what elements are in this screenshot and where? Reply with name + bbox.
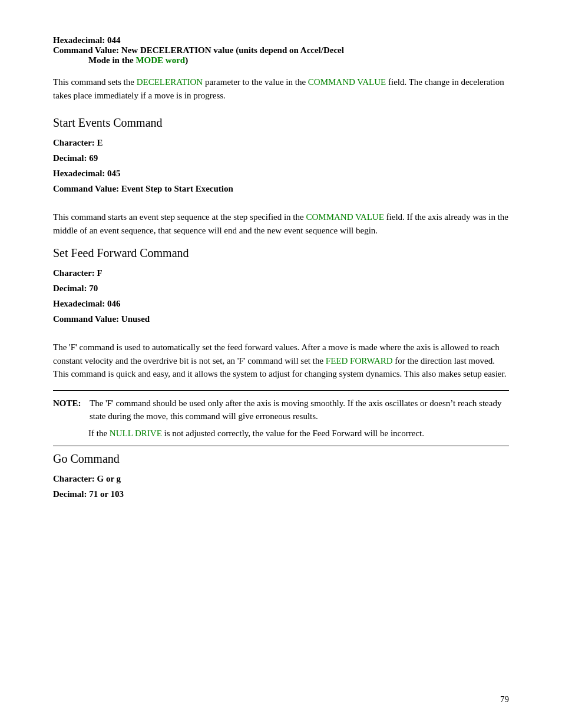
start-events-section: Start Events Command Character: E Decima… (53, 116, 509, 237)
go-char-label: Character: G or g (53, 472, 509, 486)
note-block: NOTE: The 'F' command should be used onl… (53, 390, 509, 447)
note-indent-end: is not adjusted correctly, the value for… (162, 429, 424, 438)
cmd-value-mode-prefix: Mode in the (88, 55, 135, 65)
cmd-value-label: Command Value: New DECELERATION value (u… (53, 45, 509, 55)
go-decimal-label: Decimal: 71 or 103 (53, 487, 509, 501)
deceleration-green: DECELERATION (137, 77, 203, 87)
page-content: Hexadecimal: 044 Command Value: New DECE… (53, 35, 509, 501)
start-para-start: This command starts an event step sequen… (53, 212, 306, 222)
mode-word-green: MODE word (135, 55, 185, 65)
start-decimal-label: Decimal: 69 (53, 151, 509, 165)
null-drive-green: NULL DRIVE (110, 429, 162, 438)
go-commands: Character: G or g Decimal: 71 or 103 (53, 472, 509, 501)
feed-forward-green: FEED FORWARD (326, 356, 393, 365)
note-inner: NOTE: The 'F' command should be used onl… (53, 397, 509, 423)
start-char-label: Character: E (53, 136, 509, 150)
ff-cmd-value-label: Command Value: Unused (53, 312, 509, 326)
top-para-mid: parameter to the value in the (203, 77, 308, 87)
ff-para: The 'F' command is used to automatically… (53, 341, 509, 381)
start-command-value-green: COMMAND VALUE (306, 212, 384, 222)
start-events-heading: Start Events Command (53, 116, 509, 130)
ff-hex-label: Hexadecimal: 046 (53, 297, 509, 311)
note-label: NOTE: (53, 397, 85, 410)
top-section: Hexadecimal: 044 Command Value: New DECE… (53, 35, 509, 102)
cmd-value-text: Command Value: New DECELERATION value (u… (53, 45, 344, 55)
start-hex-label: Hexadecimal: 045 (53, 166, 509, 180)
set-feed-forward-heading: Set Feed Forward Command (53, 246, 509, 260)
note-text: The 'F' command should be used only afte… (90, 397, 509, 423)
start-cmd-value-label: Command Value: Event Step to Start Execu… (53, 182, 509, 196)
start-events-para: This command starts an event step sequen… (53, 210, 509, 237)
set-feed-forward-section: Set Feed Forward Command Character: F De… (53, 246, 509, 446)
hex-label: Hexadecimal: 044 (53, 35, 509, 45)
go-command-heading: Go Command (53, 452, 509, 466)
ff-decimal-label: Decimal: 70 (53, 281, 509, 295)
go-command-section: Go Command Character: G or g Decimal: 71… (53, 452, 509, 501)
cmd-value-label2: Mode in the MODE word) (88, 55, 509, 65)
ff-char-label: Character: F (53, 266, 509, 280)
feed-forward-commands: Character: F Decimal: 70 Hexadecimal: 04… (53, 266, 509, 326)
cmd-value-end: ) (185, 55, 188, 65)
start-events-commands: Character: E Decimal: 69 Hexadecimal: 04… (53, 136, 509, 196)
note-indent: If the NULL DRIVE is not adjusted correc… (88, 427, 509, 440)
note-indent-start: If the (88, 429, 110, 438)
command-value-green: COMMAND VALUE (308, 77, 386, 87)
top-para: This command sets the DECELERATION param… (53, 75, 509, 102)
page-number: 79 (500, 694, 509, 704)
top-para-start: This command sets the (53, 77, 137, 87)
